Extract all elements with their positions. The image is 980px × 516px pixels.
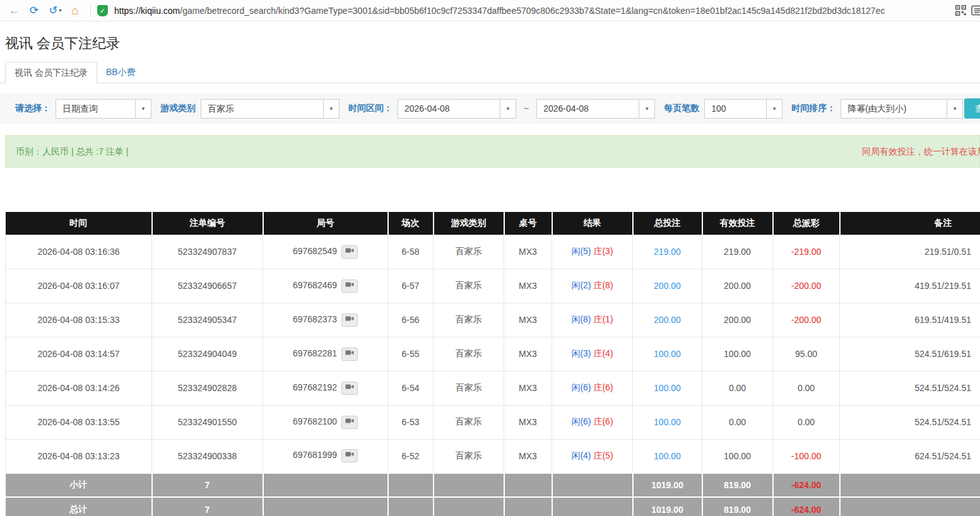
query-type-select[interactable]: 日期查询 ▼ xyxy=(56,99,151,119)
page-title: 视讯 会员下注纪录 xyxy=(0,21,980,62)
column-header: 备注 xyxy=(840,212,980,235)
cell-game-type: 百家乐 xyxy=(434,269,504,303)
sort-order-select[interactable]: 降幂(由大到小) ▼ xyxy=(841,99,963,119)
query-type-value[interactable]: 日期查询 xyxy=(56,100,135,118)
cell-total-bet[interactable]: 100.00 xyxy=(633,371,702,405)
cell-bet-id: 523324906657 xyxy=(152,269,263,303)
cell-session: 6-58 xyxy=(388,235,434,269)
undo-arrow: ↺ xyxy=(49,4,57,17)
qr-code-icon[interactable] xyxy=(950,5,971,16)
page-size-value[interactable]: 100 xyxy=(705,100,766,118)
date-range-label: 时间区间： xyxy=(348,103,393,114)
cell-payout: 95.00 xyxy=(773,337,840,371)
column-header: 游戏类别 xyxy=(434,212,504,235)
round-video-button[interactable] xyxy=(341,449,358,462)
back-icon[interactable]: ← xyxy=(4,4,25,17)
footer-empty-cell xyxy=(388,497,434,516)
dropdown-arrow-icon[interactable]: ▼ xyxy=(766,100,782,118)
footer-empty-cell xyxy=(504,473,552,497)
footer-empty-cell xyxy=(552,497,633,516)
date-from-value[interactable]: 2026-04-08 xyxy=(398,100,500,118)
record-row: 2026-04-08 03:13:23523324900338697681999… xyxy=(6,439,980,473)
column-header: 时间 xyxy=(6,212,152,235)
result-banker: 庄(4) xyxy=(593,348,613,358)
round-video-button[interactable] xyxy=(341,279,358,293)
cell-total-bet[interactable]: 200.00 xyxy=(633,269,702,303)
column-header: 总投注 xyxy=(633,212,702,235)
cell-bet-id: 523324905347 xyxy=(152,303,263,337)
cell-result: 闲(3) 庄(4) xyxy=(552,337,633,371)
dropdown-arrow-icon[interactable]: ▼ xyxy=(947,100,962,118)
refresh-icon[interactable]: ⟳ xyxy=(25,4,44,17)
cell-total-bet[interactable]: 200.00 xyxy=(633,303,702,337)
cell-game-type: 百家乐 xyxy=(434,371,504,405)
record-row: 2026-04-08 03:14:57523324904049697682281… xyxy=(6,337,980,371)
footer-empty-cell xyxy=(552,473,633,497)
security-shield-icon[interactable]: ✓ xyxy=(97,5,108,16)
page-size-label: 每页笔数 xyxy=(664,103,699,114)
table-foot: 小计71019.00819.00-624.00总计71019.00819.00-… xyxy=(6,473,980,516)
toolbar-partial-icon[interactable] xyxy=(971,5,980,16)
footer-total-bet: 1019.00 xyxy=(633,497,702,516)
column-header: 结果 xyxy=(552,212,633,235)
page-size-select[interactable]: 100 ▼ xyxy=(704,99,782,119)
cell-time: 2026-04-08 03:16:07 xyxy=(6,269,152,303)
cell-table-no: MX3 xyxy=(504,269,552,303)
round-id-text: 697682192 xyxy=(293,382,337,392)
result-banker: 庄(8) xyxy=(593,280,613,290)
tab-betrecord[interactable]: 视讯 会员下注纪录 xyxy=(5,62,97,83)
toolbar-right-icons xyxy=(950,5,980,16)
tab-bb-tip[interactable]: BB小费 xyxy=(97,62,145,83)
undo-dropdown-caret[interactable]: ▾ xyxy=(59,8,62,13)
game-type-label: 游戏类别 xyxy=(160,103,196,114)
date-from-input[interactable]: 2026-04-08 ▼ xyxy=(398,99,516,119)
round-id-text: 697682549 xyxy=(293,246,337,256)
cell-total-bet[interactable]: 100.00 xyxy=(633,405,702,439)
round-id-text: 697681999 xyxy=(293,450,337,460)
cell-valid-bet: 100.00 xyxy=(702,337,773,371)
game-type-select[interactable]: 百家乐 ▼ xyxy=(201,99,339,119)
cell-session: 6-52 xyxy=(388,439,434,473)
tab-bar: 视讯 会员下注纪录 BB小费 xyxy=(0,62,980,83)
date-to-input[interactable]: 2026-04-08 ▼ xyxy=(536,99,655,119)
record-row: 2026-04-08 03:13:55523324901550697682100… xyxy=(6,405,980,439)
cell-valid-bet: 0.00 xyxy=(702,405,773,439)
cell-result: 闲(8) 庄(1) xyxy=(552,303,633,337)
footer-empty-cell xyxy=(388,473,434,497)
round-video-button[interactable] xyxy=(341,245,358,259)
cell-game-type: 百家乐 xyxy=(434,337,504,371)
filter-bar: 请选择： 日期查询 ▼ 游戏类别 百家乐 ▼ 时间区间： 2026-04-08 … xyxy=(0,93,980,124)
dropdown-arrow-icon[interactable]: ▼ xyxy=(323,100,339,118)
cell-session: 6-55 xyxy=(388,337,434,371)
game-type-value[interactable]: 百家乐 xyxy=(201,100,323,118)
home-icon[interactable]: ⌂ xyxy=(67,4,84,18)
dropdown-arrow-icon[interactable]: ▼ xyxy=(639,100,654,118)
summary-currency-count: 币别：人民币 | 总共 :7 注单 | xyxy=(16,146,128,156)
dropdown-arrow-icon[interactable]: ▼ xyxy=(135,100,151,118)
round-video-button[interactable] xyxy=(341,348,358,361)
sort-order-value[interactable]: 降幂(由大到小) xyxy=(841,100,947,118)
round-video-button[interactable] xyxy=(341,314,358,327)
cell-valid-bet: 100.00 xyxy=(702,439,773,473)
date-to-value[interactable]: 2026-04-08 xyxy=(537,100,639,118)
result-player: 闲(5) xyxy=(571,246,591,256)
cell-session: 6-54 xyxy=(388,371,434,405)
round-video-button[interactable] xyxy=(341,382,358,395)
result-player: 闲(3) xyxy=(571,348,591,358)
address-bar[interactable]: https://kiqiiu.com/game/betrecord_search… xyxy=(114,6,944,16)
query-type-label: 请选择： xyxy=(15,103,50,114)
undo-icon[interactable]: ↺▾ xyxy=(44,4,66,17)
cell-total-bet[interactable]: 100.00 xyxy=(633,439,702,473)
cell-total-bet[interactable]: 100.00 xyxy=(633,337,702,371)
date-range-separator: ~ xyxy=(524,103,529,114)
footer-empty-cell xyxy=(840,497,980,516)
result-banker: 庄(3) xyxy=(593,246,613,256)
round-video-button[interactable] xyxy=(341,416,358,429)
cell-table-no: MX3 xyxy=(504,371,552,405)
cell-remark: 619.51/419.51 xyxy=(840,303,980,337)
cell-valid-bet: 200.00 xyxy=(702,269,773,303)
cell-total-bet[interactable]: 219.00 xyxy=(633,235,702,269)
search-button[interactable]: 查询 xyxy=(964,98,980,119)
dropdown-arrow-icon[interactable]: ▼ xyxy=(500,100,516,118)
column-header: 有效投注 xyxy=(702,212,773,235)
